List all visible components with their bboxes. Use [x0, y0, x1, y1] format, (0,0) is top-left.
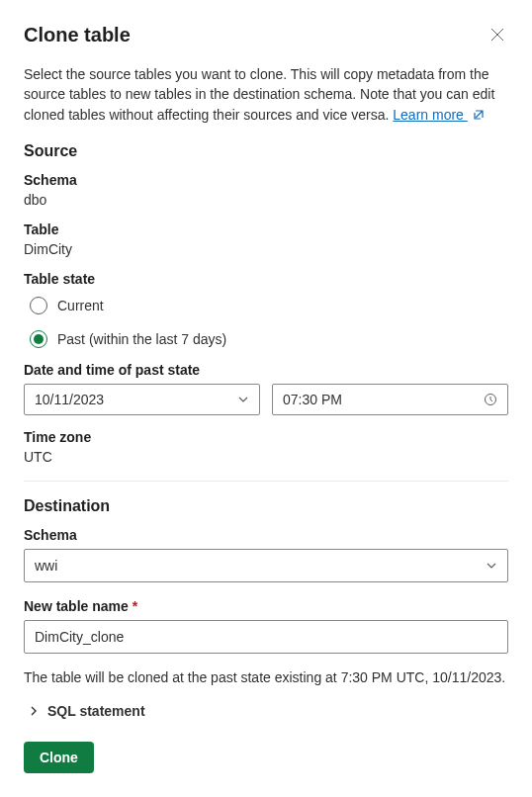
source-heading: Source: [24, 142, 508, 160]
radio-icon: [30, 297, 47, 314]
radio-past-label: Past (within the last 7 days): [57, 331, 226, 347]
learn-more-link[interactable]: Learn more: [393, 107, 467, 123]
sql-statement-expander[interactable]: SQL statement: [24, 703, 508, 719]
required-asterisk: *: [133, 598, 137, 614]
table-state-label: Table state: [24, 271, 508, 287]
external-link-icon: [472, 108, 486, 122]
radio-current[interactable]: Current: [30, 297, 508, 314]
dialog-title: Clone table: [24, 24, 131, 46]
date-input[interactable]: 10/11/2023: [24, 384, 260, 415]
timezone-value: UTC: [24, 449, 508, 465]
radio-current-label: Current: [57, 298, 104, 313]
divider: [24, 481, 508, 482]
sql-statement-label: SQL statement: [47, 703, 145, 719]
time-input[interactable]: 07:30 PM: [272, 384, 508, 415]
source-schema-label: Schema: [24, 172, 508, 188]
clone-button[interactable]: Clone: [24, 742, 94, 773]
source-table-value: DimCity: [24, 241, 508, 257]
dest-schema-label: Schema: [24, 527, 508, 543]
chevron-down-icon: [486, 560, 497, 572]
source-schema-value: dbo: [24, 192, 508, 208]
radio-past[interactable]: Past (within the last 7 days): [30, 330, 508, 348]
chevron-down-icon: [237, 394, 249, 405]
clock-icon: [484, 393, 497, 406]
clone-summary: The table will be cloned at the past sta…: [24, 669, 508, 685]
chevron-right-icon: [28, 705, 40, 717]
new-table-name-input[interactable]: [24, 620, 508, 654]
dest-schema-value: wwi: [35, 558, 57, 574]
timezone-label: Time zone: [24, 429, 508, 445]
date-value: 10/11/2023: [35, 392, 104, 407]
dialog-description: Select the source tables you want to clo…: [24, 64, 508, 125]
source-table-label: Table: [24, 221, 508, 237]
close-button[interactable]: [487, 24, 508, 45]
dest-schema-select[interactable]: wwi: [24, 549, 508, 582]
close-icon: [490, 28, 504, 42]
datetime-label: Date and time of past state: [24, 362, 508, 378]
time-value: 07:30 PM: [283, 392, 342, 407]
radio-icon-selected: [30, 330, 47, 348]
table-state-radio-group: Current Past (within the last 7 days): [24, 297, 508, 348]
destination-heading: Destination: [24, 497, 508, 515]
new-table-name-label: New table name *: [24, 598, 508, 614]
